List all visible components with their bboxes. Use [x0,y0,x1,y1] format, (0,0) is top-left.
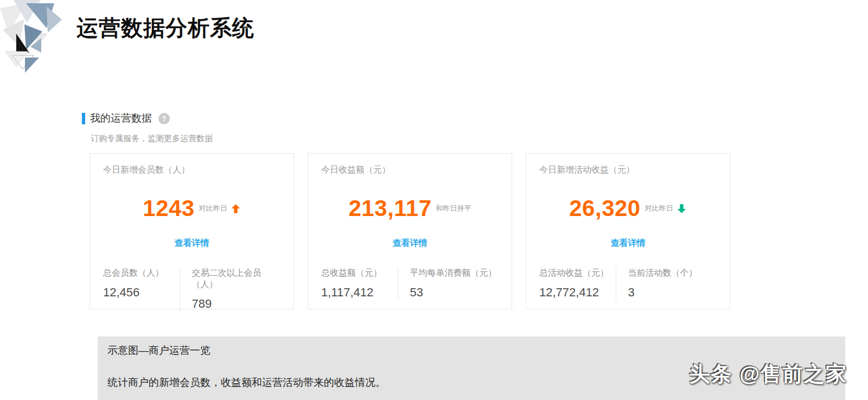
stat-value: 1,117,412 [321,285,398,300]
stat-total-revenue: 总收益额（元） 1,117,412 [321,268,398,300]
card-revenue-today: 今日收益额（元） 213,117 和昨日持平 查看详情 总收益额（元） 1,11… [308,153,512,309]
card-activity-revenue-today: 今日新增活动收益（元） 26,320 对比昨日 查看详情 总活动收益（元） 12… [526,153,730,309]
trend-label: 和昨日持平 [436,204,471,213]
stat-repeat-members: 交易二次以上会员（人） 789 [180,268,280,311]
app-logo [0,0,66,76]
stat-label: 当前活动数（个） [628,268,717,279]
stat-total-members: 总会员数（人） 12,456 [103,268,180,311]
card-new-members-today: 今日新增会员数（人） 1243 对比昨日 查看详情 总会员数（人） 12,456… [90,153,294,309]
page: { "page": { "title": "运营数据分析系统" }, "sect… [0,0,868,400]
card-footer: 总收益额（元） 1,117,412 平均每单消费额（元） 53 [321,268,499,300]
caption-title: 示意图—商户运营一览 [107,344,835,358]
card-main-value-row: 213,117 和昨日持平 [321,195,499,221]
stat-value: 3 [628,285,717,300]
section-header: 我的运营数据 ? [82,111,765,125]
card-main-value-row: 26,320 对比昨日 [539,195,717,221]
card-title: 今日新增活动收益（元） [539,164,717,176]
card-title: 今日收益额（元） [321,164,499,176]
card-main-value-row: 1243 对比昨日 [103,195,280,221]
stat-value: 53 [410,285,499,300]
card-footer: 总活动收益（元） 12,772,412 当前活动数（个） 3 [539,268,717,300]
stat-label: 总收益额（元） [321,268,398,279]
card-footer: 总会员数（人） 12,456 交易二次以上会员（人） 789 [103,268,280,311]
view-details-link[interactable]: 查看详情 [321,238,499,249]
stat-label: 平均每单消费额（元） [410,268,499,279]
stat-avg-order-spend: 平均每单消费额（元） 53 [398,268,499,300]
trend-up-icon [231,204,241,214]
view-details-link[interactable]: 查看详情 [103,238,280,249]
metric-cards: 今日新增会员数（人） 1243 对比昨日 查看详情 总会员数（人） 12,456… [90,153,730,309]
stat-total-activity-revenue: 总活动收益（元） 12,772,412 [539,268,616,300]
stat-value: 12,456 [103,285,180,300]
metric-value: 1243 [143,195,194,221]
section-accent-bar [82,113,85,124]
metric-value: 213,117 [348,195,431,221]
page-title: 运营数据分析系统 [76,13,254,43]
help-icon[interactable]: ? [158,113,170,124]
triangle-collage-icon [0,0,66,76]
card-title: 今日新增会员数（人） [103,164,280,176]
stat-label: 总活动收益（元） [539,268,616,279]
trend-down-icon [676,204,687,214]
stat-label: 交易二次以上会员（人） [192,268,280,290]
trend-label: 对比昨日 [645,204,673,213]
watermark: 头条 @售前之家 [689,360,847,388]
stat-value: 12,772,412 [539,285,616,300]
trend-label: 对比昨日 [199,204,227,213]
stat-label: 总会员数（人） [103,268,180,279]
stat-current-activity-count: 当前活动数（个） 3 [616,268,717,300]
section-title: 我的运营数据 [90,111,152,125]
view-details-link[interactable]: 查看详情 [539,238,717,249]
metric-value: 26,320 [569,195,640,221]
section-my-operations-data: 我的运营数据 ? 订购专属服务，监测更多运营数据 [82,111,765,144]
stat-value: 789 [192,297,280,311]
section-subtitle: 订购专属服务，监测更多运营数据 [91,134,765,144]
